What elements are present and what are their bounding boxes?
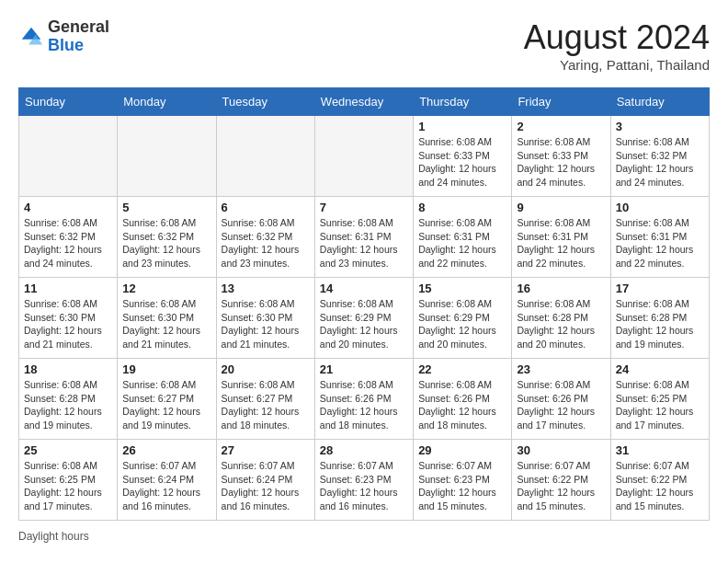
cell-info: Sunrise: 6:08 AM Sunset: 6:29 PM Dayligh… [418, 297, 506, 351]
day-number: 6 [222, 201, 310, 214]
day-number: 16 [517, 282, 605, 295]
calendar-cell: 18Sunrise: 6:08 AM Sunset: 6:28 PM Dayli… [19, 359, 118, 440]
day-number: 10 [616, 201, 704, 214]
page-header: General Blue August 2024 Yaring, Pattani… [18, 18, 710, 73]
calendar-cell: 6Sunrise: 6:08 AM Sunset: 6:32 PM Daylig… [216, 197, 314, 278]
day-number: 25 [24, 443, 112, 457]
cell-info: Sunrise: 6:08 AM Sunset: 6:25 PM Dayligh… [616, 378, 704, 432]
calendar-cell: 13Sunrise: 6:08 AM Sunset: 6:30 PM Dayli… [216, 278, 314, 359]
cell-info: Sunrise: 6:08 AM Sunset: 6:28 PM Dayligh… [517, 297, 605, 351]
calendar-week-4: 18Sunrise: 6:08 AM Sunset: 6:28 PM Dayli… [19, 359, 710, 440]
header-saturday: Saturday [610, 88, 709, 116]
calendar-cell: 27Sunrise: 6:07 AM Sunset: 6:24 PM Dayli… [216, 440, 314, 521]
month-title: August 2024 [524, 18, 710, 57]
calendar-cell: 15Sunrise: 6:08 AM Sunset: 6:29 PM Dayli… [414, 278, 512, 359]
calendar-week-3: 11Sunrise: 6:08 AM Sunset: 6:30 PM Dayli… [19, 278, 710, 359]
cell-info: Sunrise: 6:08 AM Sunset: 6:26 PM Dayligh… [517, 378, 605, 432]
calendar-cell: 14Sunrise: 6:08 AM Sunset: 6:29 PM Dayli… [314, 278, 413, 359]
calendar-cell: 8Sunrise: 6:08 AM Sunset: 6:31 PM Daylig… [414, 197, 512, 278]
calendar-cell: 20Sunrise: 6:08 AM Sunset: 6:27 PM Dayli… [216, 359, 314, 440]
cell-info: Sunrise: 6:07 AM Sunset: 6:24 PM Dayligh… [222, 459, 310, 513]
logo: General Blue [18, 18, 109, 55]
cell-info: Sunrise: 6:08 AM Sunset: 6:25 PM Dayligh… [24, 459, 112, 513]
title-block: August 2024 Yaring, Pattani, Thailand [524, 18, 710, 73]
header-friday: Friday [512, 88, 610, 116]
footer: Daylight hours [18, 530, 710, 543]
daylight-hours-label: Daylight hours [18, 530, 89, 543]
calendar-week-1: 1Sunrise: 6:08 AM Sunset: 6:33 PM Daylig… [19, 116, 710, 197]
cell-info: Sunrise: 6:08 AM Sunset: 6:32 PM Dayligh… [122, 216, 210, 270]
day-number: 14 [320, 282, 408, 295]
calendar-cell [216, 116, 314, 197]
calendar-cell: 31Sunrise: 6:07 AM Sunset: 6:22 PM Dayli… [610, 440, 709, 521]
day-number: 1 [418, 120, 506, 133]
header-thursday: Thursday [414, 88, 512, 116]
day-number: 20 [222, 362, 310, 376]
calendar-cell [314, 116, 413, 197]
calendar-cell: 1Sunrise: 6:08 AM Sunset: 6:33 PM Daylig… [414, 116, 512, 197]
cell-info: Sunrise: 6:08 AM Sunset: 6:30 PM Dayligh… [24, 297, 112, 351]
day-number: 31 [616, 443, 704, 457]
day-number: 21 [320, 362, 408, 376]
calendar-cell: 21Sunrise: 6:08 AM Sunset: 6:26 PM Dayli… [314, 359, 413, 440]
calendar-cell: 26Sunrise: 6:07 AM Sunset: 6:24 PM Dayli… [118, 440, 216, 521]
calendar-cell: 3Sunrise: 6:08 AM Sunset: 6:32 PM Daylig… [610, 116, 709, 197]
calendar-cell: 24Sunrise: 6:08 AM Sunset: 6:25 PM Dayli… [610, 359, 709, 440]
cell-info: Sunrise: 6:08 AM Sunset: 6:31 PM Dayligh… [517, 216, 605, 270]
cell-info: Sunrise: 6:08 AM Sunset: 6:33 PM Dayligh… [517, 135, 605, 190]
location-text: Yaring, Pattani, Thailand [524, 57, 710, 73]
header-sunday: Sunday [19, 88, 118, 116]
cell-info: Sunrise: 6:07 AM Sunset: 6:23 PM Dayligh… [320, 459, 408, 513]
header-monday: Monday [118, 88, 216, 116]
day-number: 3 [616, 120, 704, 133]
day-number: 17 [616, 282, 704, 295]
day-number: 29 [418, 443, 506, 457]
calendar-cell: 29Sunrise: 6:07 AM Sunset: 6:23 PM Dayli… [414, 440, 512, 521]
calendar-cell [19, 116, 118, 197]
day-number: 4 [24, 201, 112, 214]
cell-info: Sunrise: 6:08 AM Sunset: 6:31 PM Dayligh… [320, 216, 408, 270]
calendar-cell: 5Sunrise: 6:08 AM Sunset: 6:32 PM Daylig… [118, 197, 216, 278]
calendar-cell: 16Sunrise: 6:08 AM Sunset: 6:28 PM Dayli… [512, 278, 610, 359]
calendar-cell: 23Sunrise: 6:08 AM Sunset: 6:26 PM Dayli… [512, 359, 610, 440]
logo-icon [18, 24, 44, 50]
day-number: 18 [24, 362, 112, 376]
day-number: 2 [517, 120, 605, 133]
calendar-cell: 7Sunrise: 6:08 AM Sunset: 6:31 PM Daylig… [314, 197, 413, 278]
logo-blue-text: Blue [48, 36, 84, 54]
calendar-cell: 10Sunrise: 6:08 AM Sunset: 6:31 PM Dayli… [610, 197, 709, 278]
cell-info: Sunrise: 6:08 AM Sunset: 6:32 PM Dayligh… [24, 216, 112, 270]
cell-info: Sunrise: 6:08 AM Sunset: 6:28 PM Dayligh… [24, 378, 112, 432]
calendar-table: Sunday Monday Tuesday Wednesday Thursday… [18, 87, 710, 521]
cell-info: Sunrise: 6:07 AM Sunset: 6:22 PM Dayligh… [616, 459, 704, 513]
cell-info: Sunrise: 6:07 AM Sunset: 6:23 PM Dayligh… [418, 459, 506, 513]
calendar-week-2: 4Sunrise: 6:08 AM Sunset: 6:32 PM Daylig… [19, 197, 710, 278]
cell-info: Sunrise: 6:08 AM Sunset: 6:32 PM Dayligh… [222, 216, 310, 270]
day-number: 23 [517, 362, 605, 376]
calendar-cell: 9Sunrise: 6:08 AM Sunset: 6:31 PM Daylig… [512, 197, 610, 278]
cell-info: Sunrise: 6:08 AM Sunset: 6:29 PM Dayligh… [320, 297, 408, 351]
calendar-cell: 19Sunrise: 6:08 AM Sunset: 6:27 PM Dayli… [118, 359, 216, 440]
calendar-cell: 25Sunrise: 6:08 AM Sunset: 6:25 PM Dayli… [19, 440, 118, 521]
calendar-body: 1Sunrise: 6:08 AM Sunset: 6:33 PM Daylig… [19, 116, 710, 521]
day-number: 9 [517, 201, 605, 214]
cell-info: Sunrise: 6:08 AM Sunset: 6:31 PM Dayligh… [616, 216, 704, 270]
day-number: 22 [418, 362, 506, 376]
day-number: 5 [122, 201, 210, 214]
day-number: 8 [418, 201, 506, 214]
cell-info: Sunrise: 6:07 AM Sunset: 6:24 PM Dayligh… [122, 459, 210, 513]
calendar-cell: 2Sunrise: 6:08 AM Sunset: 6:33 PM Daylig… [512, 116, 610, 197]
cell-info: Sunrise: 6:08 AM Sunset: 6:30 PM Dayligh… [122, 297, 210, 351]
day-number: 19 [122, 362, 210, 376]
calendar-cell: 28Sunrise: 6:07 AM Sunset: 6:23 PM Dayli… [314, 440, 413, 521]
calendar-header: Sunday Monday Tuesday Wednesday Thursday… [19, 88, 710, 116]
calendar-cell: 11Sunrise: 6:08 AM Sunset: 6:30 PM Dayli… [19, 278, 118, 359]
cell-info: Sunrise: 6:08 AM Sunset: 6:27 PM Dayligh… [122, 378, 210, 432]
header-tuesday: Tuesday [216, 88, 314, 116]
cell-info: Sunrise: 6:08 AM Sunset: 6:30 PM Dayligh… [222, 297, 310, 351]
svg-marker-0 [22, 28, 41, 40]
day-number: 12 [122, 282, 210, 295]
day-number: 13 [222, 282, 310, 295]
cell-info: Sunrise: 6:08 AM Sunset: 6:32 PM Dayligh… [616, 135, 704, 190]
cell-info: Sunrise: 6:07 AM Sunset: 6:22 PM Dayligh… [517, 459, 605, 513]
